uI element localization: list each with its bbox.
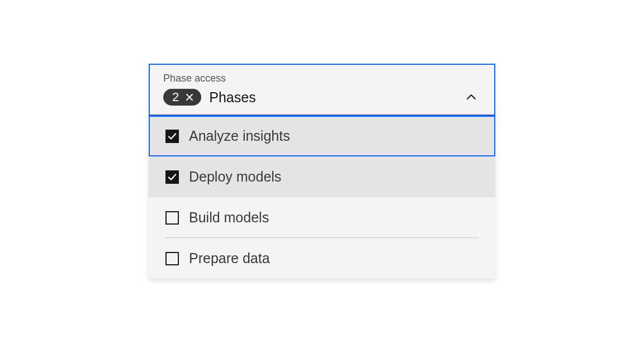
- checkbox-unchecked[interactable]: [165, 252, 179, 265]
- dropdown-title: Phases: [209, 89, 255, 106]
- chevron-up-icon: [466, 92, 477, 103]
- option-deploy-models[interactable]: Deploy models: [149, 156, 495, 197]
- option-build-models[interactable]: Build models: [149, 197, 495, 238]
- dropdown-summary: 2 Phases: [163, 89, 256, 106]
- checkmark-icon: [168, 132, 177, 141]
- checkmark-icon: [168, 173, 177, 182]
- checkbox-checked[interactable]: [165, 130, 179, 143]
- clear-selection-button[interactable]: [184, 92, 195, 102]
- selection-tag: 2: [163, 89, 201, 106]
- checkbox-checked[interactable]: [165, 170, 179, 184]
- option-label: Analyze insights: [189, 128, 290, 144]
- option-label: Build models: [189, 209, 269, 226]
- close-icon: [185, 93, 194, 102]
- dropdown-control: 2 Phases: [163, 89, 481, 106]
- option-analyze-insights[interactable]: Analyze insights: [149, 116, 495, 156]
- checkbox-unchecked[interactable]: [165, 211, 179, 225]
- option-label: Deploy models: [189, 169, 281, 185]
- option-prepare-data[interactable]: Prepare data: [149, 238, 495, 279]
- dropdown-label: Phase access: [163, 73, 481, 84]
- dropdown-options: Analyze insights Deploy models Build mod…: [149, 116, 495, 279]
- phase-access-dropdown: Phase access 2 Phases Analyze insights: [149, 64, 495, 279]
- dropdown-header[interactable]: Phase access 2 Phases: [149, 64, 495, 116]
- option-label: Prepare data: [189, 250, 270, 266]
- collapse-button[interactable]: [465, 91, 477, 103]
- selection-count: 2: [172, 91, 179, 103]
